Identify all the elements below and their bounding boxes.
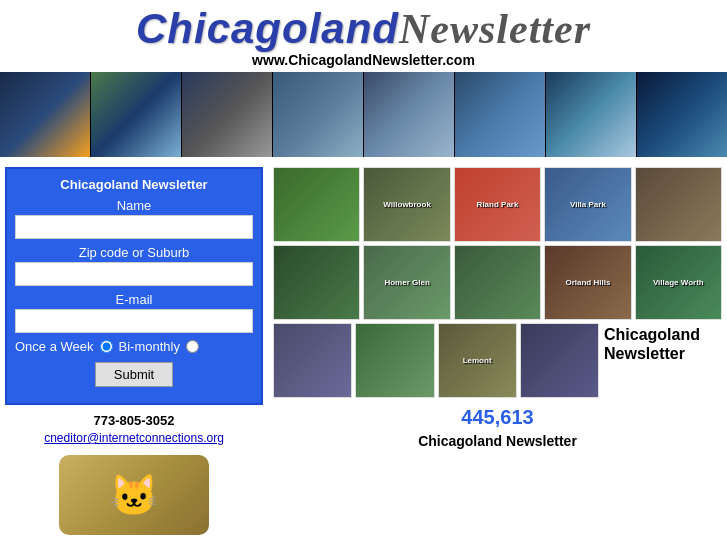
name-input[interactable] [15,215,253,239]
photo-row-1: Willowbrook Rland Park Villa Park [273,167,722,242]
zip-input[interactable] [15,262,253,286]
frequency-row: Once a Week Bi-monthly [15,339,253,354]
suburb-photo-13: Lemont [438,323,517,398]
suburb-photo-7: Homer Glen [363,245,450,320]
strip-photo-7 [546,72,637,157]
website-url: www.ChicagolandNewsletter.com [0,52,727,68]
cat-image-area [5,455,263,538]
suburb-photo-10: Village Worth [635,245,722,320]
signup-form-box: Chicagoland Newsletter Name Zip code or … [5,167,263,405]
suburb-photos-grid: Willowbrook Rland Park Villa Park Ho [273,167,722,398]
email-link[interactable]: cneditor@internetconnections.org [44,431,224,445]
title-chicago: Chicagoland [136,5,399,52]
once-week-label: Once a Week [15,339,94,354]
zip-label: Zip code or Suburb [15,245,253,260]
suburb-photo-2: Willowbrook [363,167,450,242]
submit-button[interactable] [95,362,173,387]
site-title: ChicagolandNewsletter [0,8,727,50]
suburb-photo-9: Orland Hills [544,245,631,320]
suburb-photo-1 [273,167,360,242]
phone-number: 773-805-3052 [5,413,263,428]
form-title: Chicagoland Newsletter [15,177,253,192]
strip-photo-3 [182,72,273,157]
email-input[interactable] [15,309,253,333]
main-content: Chicagoland Newsletter Name Zip code or … [0,157,727,545]
suburb-photo-11 [273,323,352,398]
cat-placeholder [59,455,209,535]
suburb-photo-5 [635,167,722,242]
suburb-photo-3: Rland Park [454,167,541,242]
suburb-photo-12 [355,323,434,398]
stats-area: 445,613 Chicagoland Newsletter [273,406,722,449]
bimonthly-label: Bi-monthly [119,339,180,354]
photo-strip [0,72,727,157]
suburb-photo-6 [273,245,360,320]
page-header: ChicagolandNewsletter www.ChicagolandNew… [0,0,727,72]
strip-photo-6 [455,72,546,157]
contact-info: 773-805-3052 cneditor@internetconnection… [5,413,263,445]
right-column: Willowbrook Rland Park Villa Park Ho [273,167,722,538]
strip-photo-4 [273,72,364,157]
suburb-photo-4: Villa Park [544,167,631,242]
photo-row-2: Homer Glen Orland Hills Village Worth [273,245,722,320]
title-newsletter: Newsletter [399,6,591,52]
once-week-radio[interactable] [100,340,113,353]
suburb-photo-8 [454,245,541,320]
email-label: E-mail [15,292,253,307]
strip-photo-5 [364,72,455,157]
suburb-photo-14 [520,323,599,398]
chicagoland-text-cell: ChicagolandNewsletter [602,323,722,398]
strip-photo-1 [0,72,91,157]
name-label: Name [15,198,253,213]
photo-row-3: Lemont ChicagolandNewsletter [273,323,722,398]
submit-row [15,362,253,387]
chicagoland-label: ChicagolandNewsletter [604,325,700,363]
left-column: Chicagoland Newsletter Name Zip code or … [5,167,263,538]
subscriber-count: 445,613 [273,406,722,429]
newsletter-title: Chicagoland Newsletter [273,433,722,449]
strip-photo-2 [91,72,182,157]
bimonthly-radio[interactable] [186,340,199,353]
strip-photo-8 [637,72,727,157]
